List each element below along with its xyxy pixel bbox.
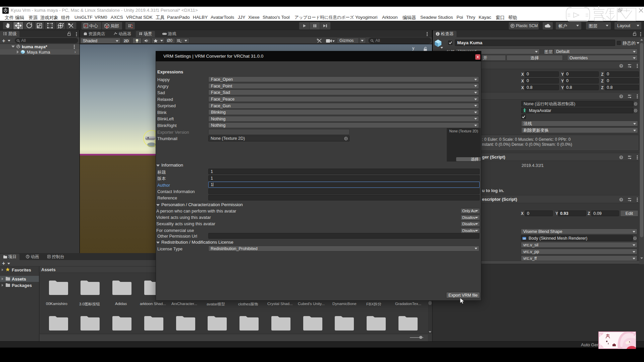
svg-text:?: ? <box>620 95 622 98</box>
svg-text:?: ? <box>620 156 622 159</box>
svg-text:?: ? <box>620 64 622 68</box>
svg-text:?: ? <box>620 198 622 201</box>
